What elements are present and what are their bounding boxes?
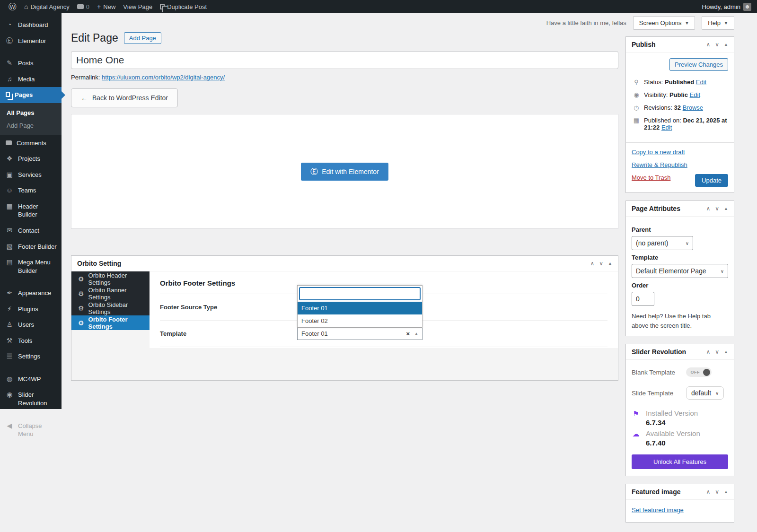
sidebar-item-media[interactable]: ♫Media xyxy=(0,71,62,87)
sidebar-item-contact[interactable]: ✉Contact xyxy=(0,223,62,239)
sidebar-item-label: Pages xyxy=(15,91,57,99)
sidebar-item-projects[interactable]: ❖Projects xyxy=(0,151,62,167)
sidebar-item-slider-revolution[interactable]: ◉Slider Revolution xyxy=(0,387,62,411)
order-down-icon[interactable]: ∨ xyxy=(715,489,719,495)
copy-to-new-draft-link[interactable]: Copy to a new draft xyxy=(632,148,728,156)
page-attributes-metabox: Page Attributes ∧ ∨ ▲ Parent (no parent)… xyxy=(625,201,734,336)
publish-row-value: Public xyxy=(669,91,688,98)
projects-icon: ❖ xyxy=(6,155,13,163)
sidebar-item-posts[interactable]: ✎Posts xyxy=(0,55,62,71)
orbito-tab-orbito-footer-settings[interactable]: ⚙Orbito Footer Settings xyxy=(71,315,150,330)
view-page-menu[interactable]: View Page xyxy=(119,0,156,13)
select2-option-footer-02[interactable]: Footer 02 xyxy=(298,314,422,327)
slider-revolution-title: Slider Revolution xyxy=(632,348,686,356)
revisions-edit-link[interactable]: Browse xyxy=(683,104,703,111)
set-featured-image-link[interactable]: Set featured image xyxy=(632,506,684,514)
site-name-menu[interactable]: ⌂ Digital Agency xyxy=(20,0,73,13)
status-edit-link[interactable]: Edit xyxy=(696,78,706,86)
visibility-edit-link[interactable]: Edit xyxy=(690,91,700,98)
add-page-button[interactable]: Add Page xyxy=(124,32,161,44)
slide-template-value: default xyxy=(691,389,711,397)
blank-template-toggle[interactable]: OFF xyxy=(686,367,712,377)
sidebar-item-elementor[interactable]: ⒺElementor xyxy=(0,33,62,49)
order-down-icon[interactable]: ∨ xyxy=(715,42,719,47)
order-up-icon[interactable]: ∧ xyxy=(706,206,710,211)
rewrite-republish-link[interactable]: Rewrite & Republish xyxy=(632,161,728,168)
screen-options-button[interactable]: Screen Options ▼ xyxy=(633,16,695,30)
sidebar-item-users[interactable]: ♙Users xyxy=(0,317,62,333)
howdy-menu[interactable]: Howdy, admin ☻ xyxy=(702,3,752,11)
sidebar-item-tools[interactable]: ⚒Tools xyxy=(0,333,62,349)
back-to-editor-label: Back to WordPress Editor xyxy=(92,94,168,102)
sidebar-item-header-builder[interactable]: ▦Header Builder xyxy=(0,199,62,223)
order-down-icon[interactable]: ∨ xyxy=(715,349,719,355)
sidebar-item-pages[interactable]: Pages xyxy=(0,87,62,103)
clear-selection-icon[interactable]: × xyxy=(406,330,410,337)
order-label: Order xyxy=(632,282,728,289)
select2-search-input[interactable] xyxy=(299,288,420,300)
orbito-tabs: ⚙Orbito Header Settings⚙Orbito Banner Se… xyxy=(71,271,150,330)
sidebar-item-mc4wp[interactable]: ◍MC4WP xyxy=(0,371,62,387)
sidebar-item-label: MC4WP xyxy=(18,375,57,384)
sidebar-item-appearance[interactable]: ✒Appearance xyxy=(0,285,62,301)
orbito-tab-orbito-header-settings[interactable]: ⚙Orbito Header Settings xyxy=(71,271,150,286)
sidebar-item-services[interactable]: ▣Services xyxy=(0,167,62,183)
sidebar-item-collapse-menu[interactable]: ◀Collapse Menu xyxy=(0,418,62,442)
order-down-icon[interactable]: ∨ xyxy=(599,261,603,266)
order-up-icon[interactable]: ∧ xyxy=(706,489,710,495)
permalink-link[interactable]: https://uiuxom.com/orbito/wp2/digital-ag… xyxy=(102,74,225,81)
elementor-icon: Ⓔ xyxy=(310,168,318,175)
template-select[interactable]: Default Elementor Page ∨ xyxy=(632,264,728,278)
parent-select[interactable]: (no parent) ∨ xyxy=(632,236,693,250)
pages-icon xyxy=(6,92,10,97)
page-title: Edit Page xyxy=(71,32,118,44)
sidebar-menu: ◔DashboardⒺElementor✎Posts♫MediaPagesAll… xyxy=(0,17,62,442)
edit-with-elementor-button[interactable]: Ⓔ Edit with Elementor xyxy=(301,163,388,181)
featured-image-title: Featured image xyxy=(632,488,680,496)
order-down-icon[interactable]: ∨ xyxy=(715,206,719,211)
toggle-panel-icon[interactable]: ▲ xyxy=(724,490,728,494)
back-to-editor-button[interactable]: ← Back to WordPress Editor xyxy=(71,88,178,107)
help-button[interactable]: Help ▼ xyxy=(702,16,734,30)
toggle-panel-icon[interactable]: ▲ xyxy=(724,350,728,354)
new-menu[interactable]: + New xyxy=(93,0,119,13)
order-up-icon[interactable]: ∧ xyxy=(590,261,594,266)
help-label: Help xyxy=(708,19,721,26)
sidebar-item-comments[interactable]: Comments xyxy=(0,135,62,151)
wordpress-logo-icon[interactable]: Ⓦ xyxy=(5,0,20,13)
sidebar-item-plugins[interactable]: ⚡Plugins xyxy=(0,301,62,317)
order-up-icon[interactable]: ∧ xyxy=(706,349,710,355)
comments-admin-bar[interactable]: 0 xyxy=(73,0,93,13)
sidebar-item-dashboard[interactable]: ◔Dashboard xyxy=(0,17,62,33)
featured-image-metabox: Featured image ∧ ∨ ▲ Set featured image xyxy=(625,484,734,523)
orbito-tab-orbito-sidebar-settings[interactable]: ⚙Orbito Sidebar Settings xyxy=(71,301,150,315)
unlock-all-features-button[interactable]: Unlock All Features xyxy=(632,454,728,469)
toggle-panel-icon[interactable]: ▲ xyxy=(608,262,612,266)
sidebar-item-settings[interactable]: ☰Settings xyxy=(0,349,62,365)
tools-icon: ⚒ xyxy=(6,337,13,345)
template-select-control[interactable]: Footer 01 × ▲ xyxy=(297,328,423,340)
footer-source-type-label: Footer Source Type xyxy=(160,304,297,311)
sidebar-item-footer-builder[interactable]: ▧Footer Builder xyxy=(0,239,62,255)
gear-icon: ⚙ xyxy=(78,305,84,312)
order-input[interactable] xyxy=(632,292,654,306)
select2-option-footer-01[interactable]: Footer 01 xyxy=(298,302,422,314)
toggle-panel-icon[interactable]: ▲ xyxy=(724,207,728,211)
toggle-panel-icon[interactable]: ▲ xyxy=(724,43,728,47)
preview-changes-button[interactable]: Preview Changes xyxy=(669,58,728,71)
published-on-edit-link[interactable]: Edit xyxy=(661,124,672,131)
slide-template-select[interactable]: default ∨ xyxy=(686,386,724,400)
order-up-icon[interactable]: ∧ xyxy=(706,42,710,47)
update-button[interactable]: Update xyxy=(695,174,728,187)
sidebar-item-teams[interactable]: ☺Teams xyxy=(0,183,62,199)
sidebar-item-label: Appearance xyxy=(18,289,57,297)
gear-icon: ⚙ xyxy=(78,290,84,297)
sidebar-item-mega-menu-builder[interactable]: ▤Mega Menu Builder xyxy=(0,254,62,279)
sidebar-subitem-add-page[interactable]: Add Page xyxy=(0,119,62,132)
gear-icon: ⚙ xyxy=(78,275,84,283)
orbito-tab-orbito-banner-settings[interactable]: ⚙Orbito Banner Settings xyxy=(71,286,150,301)
sidebar-subitem-all-pages[interactable]: All Pages xyxy=(0,106,62,119)
services-icon: ▣ xyxy=(6,171,13,179)
post-title-input[interactable] xyxy=(71,51,618,69)
duplicate-post-menu[interactable]: Duplicate Post xyxy=(156,0,211,13)
